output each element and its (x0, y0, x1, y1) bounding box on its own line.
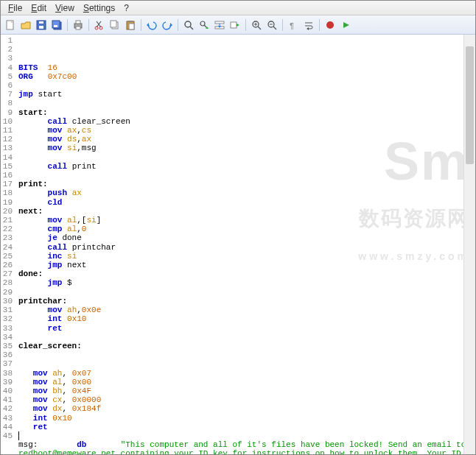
code-line[interactable]: push ax (18, 188, 472, 197)
line-number: 35 (2, 342, 13, 350)
code-line[interactable] (18, 81, 472, 90)
code-line[interactable]: mov al,[si] (18, 216, 472, 225)
svg-rect-4 (39, 21, 43, 24)
code-line[interactable]: jmp start (18, 90, 472, 99)
code-line[interactable] (18, 288, 472, 297)
line-number: 27 (2, 269, 13, 278)
code-line[interactable]: jmp next (18, 261, 472, 269)
code-line[interactable]: mov ax,cs (18, 126, 472, 135)
code-line[interactable]: mov bh, 0x4F (18, 387, 472, 395)
line-number: 44 (2, 423, 13, 431)
code-line[interactable] (18, 333, 472, 342)
save-all-icon[interactable] (50, 18, 63, 32)
code-line[interactable]: mov si,msg (18, 144, 472, 152)
code-line[interactable]: cmp al,0 (18, 225, 472, 233)
code-line[interactable] (18, 171, 472, 180)
new-icon[interactable] (4, 18, 17, 32)
toolbar-separator (88, 19, 89, 31)
code-line[interactable]: int 0x10 (18, 314, 472, 323)
code-line[interactable]: BITS 16 (18, 63, 472, 72)
code-line[interactable]: jmp $ (18, 278, 472, 287)
print-icon[interactable] (71, 18, 85, 32)
code-line[interactable]: print: (18, 180, 472, 188)
code-line[interactable]: mov dx, 0x184f (18, 404, 472, 413)
find-icon[interactable] (182, 18, 195, 32)
line-number: 36 (2, 350, 13, 359)
record-macro-icon[interactable] (323, 18, 337, 32)
code-editor[interactable]: 1234567891011121314151617181920212223242… (1, 35, 475, 454)
code-line[interactable] (18, 350, 472, 359)
menu-file[interactable]: File (4, 2, 27, 14)
svg-rect-9 (76, 21, 80, 24)
run-macro-icon[interactable] (339, 18, 352, 32)
svg-rect-7 (54, 25, 57, 27)
code-line[interactable]: printchar: (18, 297, 472, 306)
toolbar: ¶ (1, 15, 475, 35)
toolbar-separator (282, 19, 283, 31)
code-line[interactable]: call print (18, 162, 472, 171)
line-number: 2 (2, 45, 13, 54)
vertical-scrollbar[interactable] (463, 35, 475, 454)
svg-rect-28 (231, 22, 237, 28)
code-line[interactable]: mov al, 0x00 (18, 378, 472, 387)
code-line[interactable] (18, 431, 472, 440)
line-number: 37 (2, 359, 13, 368)
redo-icon[interactable] (161, 18, 174, 32)
line-number: 10 (2, 117, 13, 126)
copy-icon[interactable] (108, 18, 122, 32)
line-number: 24 (2, 243, 13, 252)
svg-rect-25 (215, 21, 224, 24)
zoom-out-icon[interactable] (265, 18, 279, 32)
svg-marker-29 (237, 24, 239, 27)
svg-rect-10 (76, 27, 80, 29)
line-number: 34 (2, 333, 13, 342)
code-line[interactable]: call clear_screen (18, 117, 472, 126)
line-number: 41 (2, 395, 13, 404)
toggle-whitespace-icon[interactable]: ¶ (287, 18, 300, 32)
find-next-icon[interactable] (197, 18, 211, 32)
zoom-in-icon[interactable] (250, 18, 263, 32)
line-number: 14 (2, 153, 13, 162)
code-line[interactable]: start: (18, 108, 472, 117)
code-line[interactable]: ORG 0x7c00 (18, 72, 472, 81)
line-number: 15 (2, 162, 13, 171)
menu-settings[interactable]: Settings (79, 2, 119, 14)
code-line[interactable]: mov ds,ax (18, 135, 472, 144)
menu-view[interactable]: View (51, 2, 79, 14)
code-line[interactable]: mov ah, 0x07 (18, 369, 472, 378)
scroll-thumb[interactable] (466, 46, 474, 164)
cut-icon[interactable] (93, 18, 106, 32)
code-line[interactable]: mov ah,0x0e (18, 306, 472, 314)
goto-icon[interactable] (228, 18, 242, 32)
open-icon[interactable] (19, 18, 32, 32)
line-number: 11 (2, 126, 13, 135)
menu-edit[interactable]: Edit (27, 2, 51, 14)
menu-help[interactable]: ? (119, 2, 133, 14)
paste-icon[interactable] (124, 18, 137, 32)
code-line[interactable]: next: (18, 207, 472, 216)
code-area[interactable]: Sm 数码资源网 www.smzy.com BITS 16ORG 0x7c00 … (15, 35, 475, 454)
code-line[interactable]: done: (18, 269, 472, 278)
code-line[interactable]: call printchar (18, 243, 472, 252)
line-number: 33 (2, 324, 13, 333)
code-line[interactable]: clear_screen: (18, 342, 472, 350)
word-wrap-icon[interactable] (302, 18, 315, 32)
code-line[interactable]: ret (18, 324, 472, 333)
code-line[interactable]: msg: db "This computer and all of it's f… (18, 440, 472, 454)
code-line[interactable]: cld (18, 198, 472, 207)
undo-icon[interactable] (145, 18, 158, 32)
svg-line-35 (273, 27, 276, 29)
code-line[interactable]: mov cx, 0x0000 (18, 395, 472, 404)
code-line[interactable] (18, 153, 472, 162)
line-number: 9 (2, 108, 13, 117)
code-line[interactable]: inc si (18, 252, 472, 261)
code-line[interactable]: int 0x10 (18, 414, 472, 423)
line-number: 45 (2, 431, 13, 440)
line-number-gutter: 1234567891011121314151617181920212223242… (1, 35, 15, 454)
code-line[interactable] (18, 99, 472, 107)
replace-icon[interactable] (213, 18, 226, 32)
code-line[interactable]: je done (18, 233, 472, 242)
code-line[interactable]: ret (18, 423, 472, 431)
code-line[interactable] (18, 359, 472, 368)
save-icon[interactable] (35, 18, 48, 32)
